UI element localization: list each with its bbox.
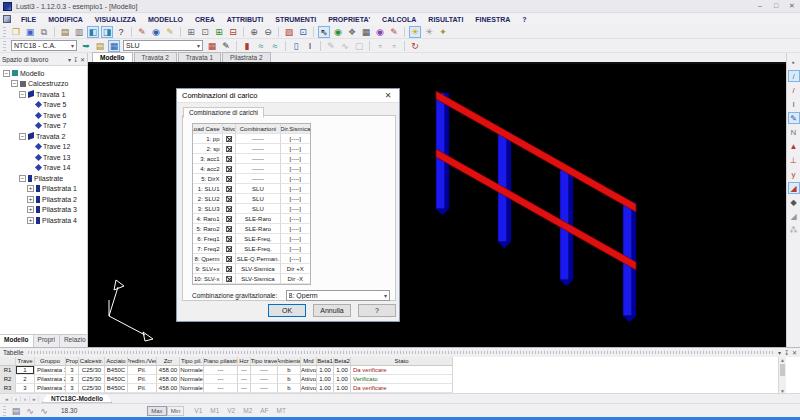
table-cell[interactable]: --- (238, 366, 251, 375)
table-cell[interactable]: --- (238, 384, 251, 393)
tree-item-trave-14[interactable]: Trave 14 (0, 163, 87, 174)
tree-expander-icon[interactable]: + (27, 185, 34, 192)
load-case-row[interactable]: 3: SLU3SLU[----] (193, 204, 310, 214)
tree-item-trave-6[interactable]: Trave 6 (0, 110, 87, 121)
active-checkbox-cell[interactable] (223, 164, 237, 174)
checkbox-checked-icon[interactable] (226, 256, 232, 262)
load-case-row[interactable]: 4: acc2------[----] (193, 164, 310, 174)
view-window-icon[interactable]: ⊡ (297, 26, 309, 38)
chart-min-icon[interactable]: ∿ (24, 405, 36, 417)
selection-grid-icon[interactable]: ⊞ (185, 26, 197, 38)
table-cell[interactable]: Attivo (301, 366, 317, 375)
code-select[interactable]: NTC18 - C.A. ▾ (11, 40, 77, 51)
menu-strumenti[interactable]: STRUMENTI (269, 16, 322, 23)
load-case-row[interactable]: 4: Raro1SLE-Raro[----] (193, 214, 310, 224)
page-setup-icon[interactable]: ▥ (73, 26, 85, 38)
table-cell[interactable]: 1.00 (334, 384, 351, 393)
maximize-button[interactable]: □ (771, 2, 781, 10)
panel-tab-propri[interactable]: Propri (34, 335, 60, 347)
seismic-dir-cell[interactable]: [----] (281, 154, 310, 164)
tables-close-icon[interactable]: ✕ (792, 349, 797, 356)
combination-cell[interactable]: ------ (236, 144, 280, 154)
result-toggle-v1[interactable]: V1 (194, 407, 202, 414)
checkbox-checked-icon[interactable] (226, 266, 232, 272)
seismic-dir-cell[interactable]: [----] (281, 244, 310, 254)
checkbox-checked-icon[interactable] (226, 226, 232, 232)
active-checkbox-cell[interactable] (223, 274, 237, 284)
menu-risultati[interactable]: RISULTATI (422, 16, 469, 23)
combination-cell[interactable]: SLV-Sismica (236, 274, 280, 284)
seismic-dir-cell[interactable]: Dir +X (281, 264, 310, 274)
seismic-dir-cell[interactable]: [----] (281, 174, 310, 184)
seismic-dir-cell[interactable]: Dir -X (281, 274, 310, 284)
tree-item-pilastrata-3[interactable]: +Pilastrata 3 (0, 205, 87, 216)
panel-tab-relazio[interactable]: Relazio (60, 335, 91, 347)
table-cell[interactable]: Attivo (301, 384, 317, 393)
ok-button[interactable]: OK (268, 304, 306, 317)
table-cell[interactable]: C25/30 (79, 366, 105, 375)
load-case-row[interactable]: 10: SLV-xSLV-SismicaDir -X (193, 274, 310, 284)
menu-file[interactable]: FILE (15, 16, 42, 23)
tree-expander-icon[interactable]: + (27, 206, 34, 213)
seismic-dir-cell[interactable]: [----] (281, 144, 310, 154)
panel-right-icon[interactable]: ◨ (101, 26, 113, 38)
next-sheet-icon[interactable]: › (21, 396, 30, 402)
clip-2-icon[interactable]: ▫ (388, 40, 400, 52)
menu-calcola[interactable]: CALCOLA (376, 16, 422, 23)
table-cell[interactable]: 458.00 (157, 366, 180, 375)
checkbox-checked-icon[interactable] (226, 156, 232, 162)
menu-attributi[interactable]: ATTRIBUTI (221, 16, 269, 23)
box-disabled-icon[interactable]: ▢ (353, 40, 365, 52)
row-header[interactable]: R2 (0, 375, 16, 384)
active-checkbox-cell[interactable] (223, 214, 237, 224)
table-cell[interactable]: 1.00 (317, 375, 334, 384)
table-cell[interactable]: 3 (66, 375, 79, 384)
tree-item-trave-12[interactable]: Trave 12 (0, 142, 87, 153)
table-cell[interactable]: --- (204, 366, 238, 375)
combination-select[interactable]: SLU ▾ (123, 40, 203, 51)
node-icon[interactable]: ▪ (788, 56, 800, 68)
combination-cell[interactable]: SLU (236, 204, 280, 214)
combination-cell[interactable]: ------ (236, 154, 280, 164)
seismic-dir-cell[interactable]: [----] (281, 134, 310, 144)
workspace-pin-icon[interactable]: ↧ (73, 56, 78, 63)
checkbox-checked-icon[interactable] (226, 206, 232, 212)
table-cell[interactable]: 1.00 (334, 375, 351, 384)
code-check-icon[interactable]: ▦ (108, 40, 120, 52)
table-cell[interactable]: 1.00 (317, 384, 334, 393)
table-cell[interactable]: Pilastrata 3 (35, 384, 66, 393)
combination-cell[interactable]: SLU (236, 194, 280, 204)
tree-expander-icon[interactable]: − (11, 80, 18, 87)
chart-max-icon[interactable]: ∿ (38, 405, 50, 417)
menu-modello[interactable]: MODELLO (142, 16, 189, 23)
table-cell[interactable]: Normale (180, 375, 204, 384)
doc-tab-travata-2[interactable]: Travata 2 (134, 52, 177, 62)
draw-line-icon[interactable]: / (788, 70, 800, 82)
load-case-row[interactable]: 5: Raro2SLE-Raro[----] (193, 224, 310, 234)
tree-item-pilastrata-4[interactable]: +Pilastrata 4 (0, 215, 87, 226)
active-checkbox-cell[interactable] (223, 244, 237, 254)
seismic-dir-cell[interactable]: [----] (281, 194, 310, 204)
tree-item-travata-2[interactable]: −Travata 2 (0, 131, 87, 142)
load-case-row[interactable]: 1: pp------[----] (193, 134, 310, 144)
result-toggle-v2[interactable]: V2 (227, 407, 235, 414)
row-header[interactable]: R1 (0, 366, 16, 375)
result-toggle-mt[interactable]: MT (277, 407, 286, 414)
tree-expander-icon[interactable]: + (27, 196, 34, 203)
seismic-dir-cell[interactable]: [----] (281, 184, 310, 194)
close-button[interactable]: ✕ (787, 2, 797, 10)
tree-item-modello[interactable]: −Modello (0, 68, 87, 79)
notes-icon[interactable]: ▤ (94, 40, 106, 52)
max-toggle-button[interactable]: Max (147, 406, 166, 416)
light-off-icon[interactable]: ☀ (423, 26, 435, 38)
table-cell[interactable]: b (278, 384, 301, 393)
wedge-icon[interactable]: ◆ (788, 196, 800, 208)
combination-cell[interactable]: SLE-Freq. (236, 234, 280, 244)
zoom-in-icon[interactable]: ⊕ (248, 26, 260, 38)
copy-icon[interactable]: ⧉ (38, 26, 50, 38)
load-case-row[interactable]: 6: Freq1SLE-Freq.[----] (193, 234, 310, 244)
diagram-2-icon[interactable]: ≈ (269, 40, 281, 52)
table-row[interactable]: R33Pilastrata 33C25/30B450CPil.458.00Nor… (0, 384, 453, 393)
load-case-row[interactable]: 5: DirX------[----] (193, 174, 310, 184)
table-cell[interactable]: C25/30 (79, 375, 105, 384)
